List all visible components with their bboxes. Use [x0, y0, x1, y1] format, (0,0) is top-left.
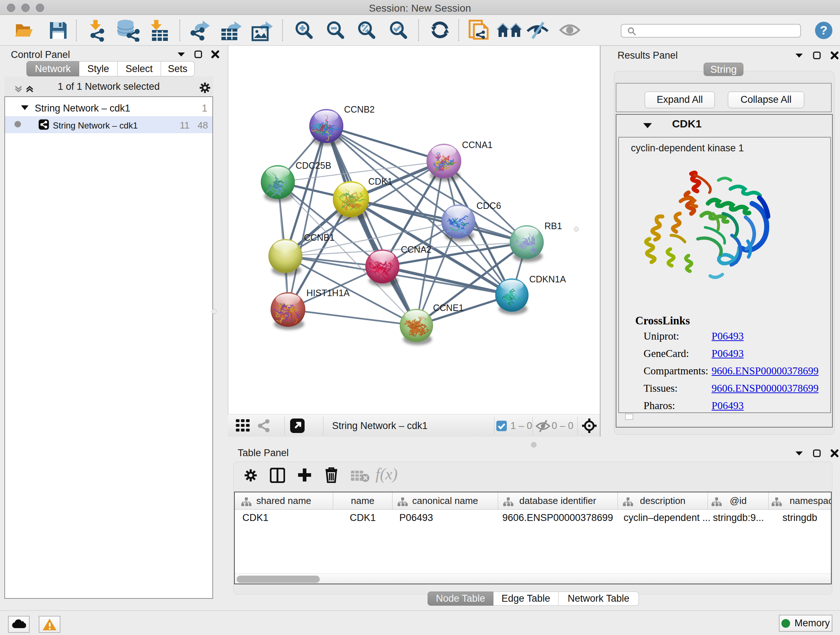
svg-text:CDK1: CDK1: [368, 176, 393, 187]
svg-text:CCNB2: CCNB2: [344, 104, 375, 114]
svg-text:?: ?: [820, 23, 828, 37]
svg-text:CCNA2: CCNA2: [401, 244, 431, 255]
svg-text:CDC6: CDC6: [477, 201, 501, 211]
svg-text:CDKN1A: CDKN1A: [529, 274, 566, 284]
svg-text:HIST1H1A: HIST1H1A: [306, 288, 350, 298]
svg-text:CCNA1: CCNA1: [462, 140, 493, 150]
svg-text:RB1: RB1: [545, 221, 562, 231]
svg-text:CDC25B: CDC25B: [295, 160, 332, 171]
svg-text:CCNE1: CCNE1: [433, 302, 464, 313]
svg-text:CCNB1: CCNB1: [304, 233, 335, 242]
